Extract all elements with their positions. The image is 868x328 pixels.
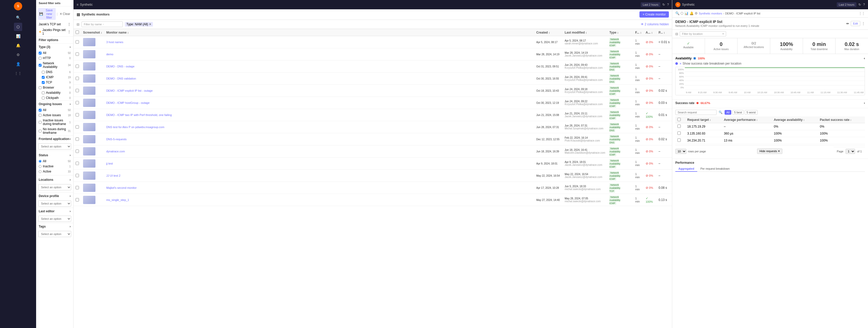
availability-breakdown-check[interactable]: ✕ Show success rate breakdown per locati… (675, 62, 865, 65)
monitor-name-link[interactable]: 3 host names (106, 40, 532, 44)
time-range-selector[interactable]: Last 2 hours (641, 2, 661, 7)
device-profile-header[interactable]: Device profile › (36, 193, 73, 199)
table-row[interactable]: jj test Apr 9, 2024, 18:01 Apr 9, 2024, … (73, 158, 672, 170)
table-row[interactable]: dynatrace.com Jun 18, 2024, 16:39 Jun 18… (73, 145, 672, 158)
type-network-option[interactable]: Network Availability 34 (36, 61, 73, 70)
frontend-app-header[interactable]: Frontend application › (36, 136, 73, 142)
col-header-created[interactable]: Created ↕ (534, 29, 563, 36)
sidebar-icon-chart[interactable]: 📊 (14, 32, 22, 40)
status-all-option[interactable]: All 50 (36, 159, 73, 164)
req-col-avail[interactable]: Average availability ↕ (772, 116, 818, 123)
nav-icon-1[interactable]: 🔍 (675, 11, 679, 15)
nav-icon-5[interactable]: ⚙ (695, 11, 698, 15)
breadcrumb-parent[interactable]: Synthetic monitors (699, 12, 722, 15)
edit-button[interactable]: Edit (851, 21, 860, 26)
monitor-name-link[interactable]: DEMO - DNS - outage (106, 65, 532, 68)
row-checkbox[interactable] (73, 194, 81, 206)
type-browser-option[interactable]: Browser 0 (36, 85, 73, 90)
sidebar-icon-alert[interactable]: 🔔 (14, 41, 22, 50)
last-editor-dropdown[interactable]: Select an option (38, 216, 71, 222)
tags-dropdown[interactable]: Select an option (38, 231, 71, 237)
monitor-name-link[interactable]: DEMO - DNS validation (106, 77, 532, 80)
req-col-perf[interactable]: Average performance ↕ (722, 116, 772, 123)
type-section-header[interactable]: Type (3) › (36, 44, 73, 50)
filter-options-header[interactable]: Filter options (36, 37, 73, 44)
detail-time-range[interactable]: Last 2 hours (837, 2, 857, 7)
tab-per-request[interactable]: Per request breakdown (697, 166, 733, 171)
create-monitor-button[interactable]: + Create monitor (640, 11, 669, 18)
row-checkbox[interactable] (73, 85, 81, 97)
frontend-app-dropdown[interactable]: Select an option (38, 143, 71, 149)
nav-icon-4[interactable]: 🔔 (689, 11, 694, 15)
locations-section-header[interactable]: Locations › (36, 176, 73, 183)
row-checkbox[interactable] (73, 121, 81, 133)
page-select[interactable]: 1 (845, 149, 855, 154)
table-row[interactable]: DEMO - ICMP hostGroup - outage Oct 30, 2… (73, 97, 672, 109)
saved-filter-jacek-tcp[interactable]: Jacek's TCP set ⋮ (36, 22, 73, 27)
table-row[interactable]: Majkel's second monitor Apr 17, 2024, 10… (73, 182, 672, 194)
last-editor-header[interactable]: Last editor › (36, 208, 73, 215)
type-clickpath-option[interactable]: Clickpath 0 (36, 95, 73, 101)
filter-5best-button[interactable]: 5 best (732, 110, 744, 115)
filter-by-location-input[interactable]: Filter by location ▾ (680, 31, 726, 36)
row-checkbox[interactable] (73, 48, 81, 60)
sidebar-icon-apps[interactable]: ⋮⋮ (14, 69, 22, 78)
filter-5worst-button[interactable]: 5 worst (745, 110, 757, 115)
device-profile-select[interactable]: Select an option (38, 200, 71, 207)
col-header-name[interactable]: Monitor name ↕ (104, 29, 534, 36)
hamburger-icon[interactable]: ≡ (76, 3, 79, 6)
col-header-avail[interactable]: A... ↕ (644, 29, 656, 36)
remove-filter-icon[interactable]: ✕ (149, 23, 151, 26)
row-checkbox[interactable] (73, 158, 81, 170)
row-checkbox[interactable] (73, 97, 81, 109)
row-checkbox[interactable] (73, 60, 81, 73)
table-row[interactable]: demo Mar 28, 2024, 14:19 Mar 28, 2024, 1… (73, 48, 672, 60)
status-active-option[interactable]: Active 33 (36, 169, 73, 174)
saved-filter-jacek-pings[interactable]: ★ Jaceks Pings set 1 ⋮ (36, 27, 73, 36)
table-row[interactable]: 3 host names Apr 5, 2024, 08:17 Apr 5, 2… (73, 36, 672, 48)
table-row[interactable]: DEMO - DNS - outage Oct 31, 2023, 09:51 … (73, 60, 672, 73)
clear-filter-button[interactable]: ✕ Clear (59, 11, 71, 16)
monitor-name-link[interactable]: JJ UI test 2 (106, 174, 532, 177)
row-checkbox[interactable] (73, 73, 81, 85)
col-header-perf[interactable]: P... ↕ (656, 29, 672, 36)
locations-dropdown[interactable]: Select an option (38, 184, 71, 190)
req-col-checkbox[interactable] (675, 116, 685, 123)
ongoing-issues-header[interactable]: Ongoing Issues › (36, 101, 73, 107)
req-col-packet[interactable]: Packet success rate ↕ (818, 116, 865, 123)
table-row[interactable]: DEMO - ICMP explicit IP list - outage Oc… (73, 85, 672, 97)
help-icon[interactable]: ? (667, 3, 669, 6)
req-col-target[interactable]: Request target ↕ (685, 116, 722, 123)
save-new-filter-button[interactable]: 💾 Save new filter (38, 8, 56, 20)
monitor-name-link[interactable]: DEMO - ICMP explicit IP list - outage (106, 89, 532, 92)
search-request-icon[interactable]: 🔍 (719, 111, 722, 114)
hide-requests-button[interactable]: Hide requests ✕ (757, 148, 782, 154)
locations-select[interactable]: Select an option (38, 184, 71, 190)
col-header-modified[interactable]: Last modified ↕ (563, 29, 607, 36)
row-checkbox[interactable] (73, 133, 81, 145)
last-editor-select[interactable]: Select an option (38, 216, 71, 222)
req-checkbox[interactable] (675, 137, 685, 144)
issue-active-option[interactable]: Active issues 18 (36, 113, 73, 118)
nav-icon-2[interactable]: ⬡ (680, 11, 683, 15)
more-icon[interactable]: ⋮ (68, 23, 71, 26)
type-tcp-option[interactable]: TCP 9 (36, 80, 73, 85)
row-checkbox[interactable] (73, 182, 81, 194)
status-inactive-option[interactable]: Inactive 1 (36, 164, 73, 169)
monitor-name-link[interactable]: ms_single_step_1 (106, 198, 532, 201)
columns-hidden-info[interactable]: 👁 2 columns hidden (641, 23, 669, 26)
type-all-option[interactable]: All 50 (36, 50, 73, 56)
row-checkbox[interactable] (73, 145, 81, 158)
monitor-name-link[interactable]: DNS-5-requests (106, 138, 532, 141)
collapse-icon[interactable]: ‹ (864, 57, 865, 60)
refresh-icon[interactable]: ↻ (662, 3, 665, 6)
monitor-name-link[interactable]: DEMO - ICMP hostGroup - outage (106, 101, 532, 104)
monitor-name-link[interactable]: jj test (106, 162, 532, 165)
col-header-screenshot[interactable]: Screenshot ↕ (81, 29, 104, 36)
rows-per-page-select[interactable]: 10 25 50 (675, 149, 686, 154)
sidebar-icon-user[interactable]: 👤 (14, 60, 22, 68)
row-checkbox[interactable] (73, 170, 81, 182)
monitor-name-link[interactable]: Majkel's second monitor (106, 186, 532, 189)
col-header-checkbox[interactable] (73, 29, 81, 36)
table-row[interactable]: DEMO - DNS validation Oct 30, 2023, 16:5… (73, 73, 672, 85)
